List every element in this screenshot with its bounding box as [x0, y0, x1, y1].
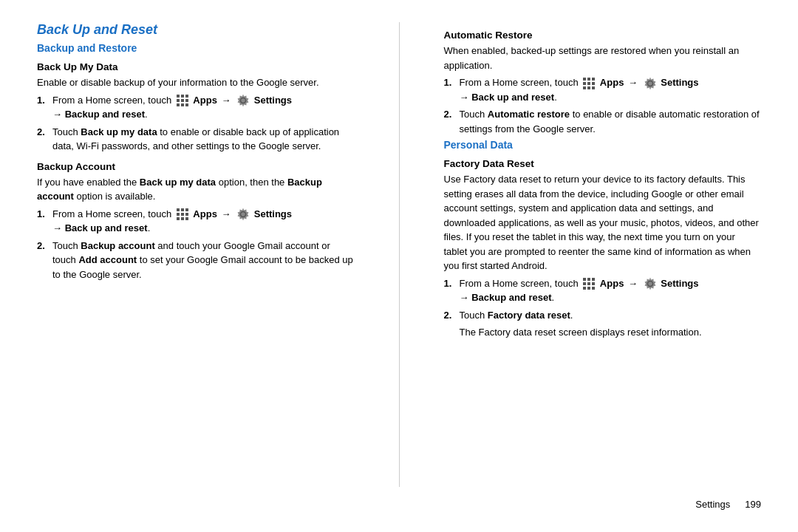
svg-rect-6: [177, 103, 180, 106]
svg-rect-25: [592, 82, 595, 85]
subsection-header-backup-account: Backup Account: [37, 161, 355, 172]
automatic-restore-steps: 1. From a Home screen, touch: [444, 75, 762, 136]
step-number: 2.: [37, 239, 50, 253]
step-content: From a Home screen, touch: [460, 75, 762, 104]
svg-rect-31: [587, 278, 590, 281]
arrow-text: → Backup and reset.: [460, 292, 555, 303]
backup-account-steps: 1. From a Home screen, touch: [37, 207, 355, 282]
svg-rect-2: [185, 95, 188, 98]
arrow-text: → Backup and reset.: [52, 109, 148, 120]
backup-my-data-desc: Enable or disable backup of your informa…: [37, 75, 355, 90]
step-content: The Factory data reset screen displays r…: [460, 325, 762, 340]
settings-icon: [644, 77, 657, 90]
arrow1: →: [628, 278, 638, 289]
footer-section: Settings: [695, 499, 730, 510]
svg-rect-35: [592, 282, 595, 285]
factory-reset-steps: 1. From a Home screen, touch: [444, 276, 762, 340]
svg-rect-7: [181, 103, 184, 106]
svg-rect-3: [177, 99, 180, 102]
arrow-text: → Back up and reset.: [52, 222, 150, 233]
svg-rect-26: [583, 86, 586, 89]
svg-rect-33: [583, 282, 586, 285]
subsection-header-backup-my-data: Back Up My Data: [37, 61, 355, 72]
step-content: Touch Factory data reset.: [460, 308, 762, 323]
subsection-header-factory-reset: Factory Data Reset: [444, 158, 762, 169]
arrow1: →: [221, 95, 231, 106]
section-header-backup-restore: Backup and Restore: [37, 42, 355, 54]
settings-label: Settings: [254, 208, 292, 219]
svg-rect-38: [592, 287, 595, 290]
apps-icon: [176, 208, 189, 221]
subsection-header-automatic-restore: Automatic Restore: [444, 30, 762, 41]
settings-icon: [236, 208, 250, 221]
content-area: Back Up and Reset Backup and Restore Bac…: [37, 22, 761, 487]
step-item: 2. Touch Factory data reset.: [444, 308, 762, 323]
right-column: Automatic Restore When enabled, backed-u…: [437, 22, 762, 487]
step-content: From a Home screen, touch: [52, 93, 355, 122]
svg-rect-32: [592, 278, 595, 281]
subsection-personal-data: Personal Data Factory Data Reset Use Fac…: [444, 139, 762, 340]
apps-label: Apps: [193, 95, 217, 106]
arrow1: →: [628, 77, 638, 88]
step-item: 1. From a Home screen, touch: [444, 75, 762, 104]
column-divider: [399, 22, 400, 487]
step-number: 1.: [37, 207, 50, 222]
apps-label: Apps: [600, 77, 624, 88]
svg-rect-37: [587, 287, 590, 290]
svg-rect-18: [185, 217, 188, 220]
apps-label: Apps: [193, 208, 217, 219]
step-item: 2. Touch Automatic restore to enable or …: [444, 107, 762, 136]
svg-rect-17: [181, 217, 184, 220]
settings-icon: [644, 277, 657, 290]
page: Back Up and Reset Backup and Restore Bac…: [0, 0, 798, 532]
step-content: Touch Automatic restore to enable or dis…: [460, 107, 762, 136]
apps-icon: [582, 77, 596, 90]
svg-rect-34: [587, 282, 590, 285]
backup-account-desc: If you have enabled the Back up my data …: [37, 175, 355, 204]
subsection-backup-my-data: Back Up My Data Enable or disable backup…: [37, 61, 355, 154]
svg-rect-15: [185, 213, 188, 216]
svg-rect-1: [181, 95, 184, 98]
svg-rect-36: [583, 287, 586, 290]
step-number: 2.: [444, 308, 457, 323]
svg-rect-21: [587, 78, 590, 81]
step-number: 2.: [444, 107, 457, 122]
svg-rect-13: [177, 213, 180, 216]
svg-rect-24: [587, 82, 590, 85]
step-number: 1.: [37, 93, 50, 108]
step-item: The Factory data reset screen displays r…: [444, 325, 762, 340]
svg-rect-0: [177, 95, 180, 98]
step-content: From a Home screen, touch: [52, 207, 355, 236]
step-number: [444, 325, 457, 340]
svg-rect-5: [185, 99, 188, 102]
step-number: 1.: [444, 276, 457, 291]
subsection-automatic-restore: Automatic Restore When enabled, backed-u…: [444, 30, 762, 136]
subsection-backup-account: Backup Account If you have enabled the B…: [37, 161, 355, 282]
settings-label: Settings: [661, 278, 698, 289]
svg-rect-4: [181, 99, 184, 102]
apps-icon: [582, 277, 596, 290]
factory-reset-desc: Use Factory data reset to return your de…: [444, 172, 762, 273]
svg-rect-12: [185, 208, 188, 211]
svg-rect-22: [592, 78, 595, 81]
step-content: Touch Backup account and touch your Goog…: [52, 239, 355, 282]
left-column: Back Up and Reset Backup and Restore Bac…: [37, 22, 362, 487]
page-title: Back Up and Reset: [37, 22, 355, 38]
settings-icon: [236, 94, 250, 107]
apps-icon: [176, 94, 189, 107]
step-item: 1. From a Home screen, touch: [37, 93, 355, 122]
step-number: 2.: [37, 125, 50, 140]
section-header-personal-data: Personal Data: [444, 139, 762, 151]
svg-rect-8: [185, 103, 188, 106]
step-item: 1. From a Home screen, touch: [37, 207, 355, 236]
svg-rect-14: [181, 213, 184, 216]
svg-rect-28: [592, 86, 595, 89]
svg-rect-23: [583, 82, 586, 85]
step-content: Touch Back up my data to enable or disab…: [52, 125, 355, 154]
svg-rect-20: [583, 78, 586, 81]
svg-rect-10: [177, 208, 180, 211]
svg-rect-27: [587, 86, 590, 89]
settings-label: Settings: [661, 77, 698, 88]
step-item: 2. Touch Backup account and touch your G…: [37, 239, 355, 282]
automatic-restore-desc: When enabled, backed-up settings are res…: [444, 44, 762, 72]
